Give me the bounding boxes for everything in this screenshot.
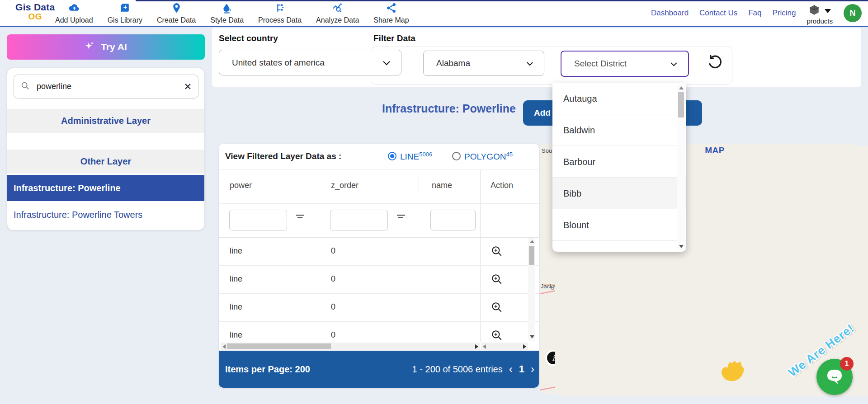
table-row: line 0	[219, 322, 539, 342]
search-input[interactable]	[36, 81, 178, 92]
scroll-down-icon[interactable]	[530, 335, 534, 338]
waving-hand-icon	[718, 360, 746, 384]
scroll-up-icon[interactable]	[679, 86, 684, 89]
radio-line[interactable]: LINE5006	[388, 151, 432, 162]
power-filter-input[interactable]	[229, 210, 287, 230]
chevron-down-icon	[670, 59, 677, 69]
current-page[interactable]: 1	[519, 363, 524, 375]
cell-power: line	[230, 330, 242, 340]
table-row: line 0	[219, 238, 539, 266]
view-as-label: View Filtered Layer Data as :	[225, 151, 341, 161]
district-option[interactable]: Autauga	[552, 83, 686, 114]
district-option[interactable]: Barbour	[552, 146, 686, 178]
link-contact-us[interactable]: Contact Us	[699, 9, 737, 18]
clear-search-icon[interactable]: ✕	[184, 82, 192, 91]
analyze-chart-icon	[332, 2, 343, 15]
products-label: products	[807, 17, 833, 25]
table-header: power z_order name Action	[219, 170, 539, 203]
ink-drop-icon	[222, 2, 233, 15]
col-action: Action	[491, 181, 513, 190]
section-other-layer: Other Layer	[7, 150, 204, 174]
nav-item-label: Gis Library	[108, 16, 142, 24]
logo[interactable]: Gis Data MAPOG	[15, 2, 55, 21]
layer-item-powerline[interactable]: Infrastructure: Powerline	[7, 175, 204, 201]
nav-item-gis-library[interactable]: Gis Library	[108, 2, 142, 24]
col-z-order: z_order	[331, 181, 359, 190]
view-as-row: View Filtered Layer Data as : LINE5006 P…	[219, 144, 539, 169]
share-icon	[386, 2, 397, 15]
try-ai-button[interactable]: Try AI	[7, 34, 205, 60]
zoom-in-icon[interactable]	[491, 329, 503, 341]
scroll-right-icon[interactable]	[475, 344, 478, 349]
z-order-filter-input[interactable]	[330, 210, 388, 230]
radio-selected-icon	[388, 152, 396, 160]
nav-item-share-map[interactable]: Share Map	[373, 2, 409, 24]
section-administrative-layer: Administrative Layer	[7, 109, 204, 133]
navbar: Gis Data MAPOG Add Upload Gis Library Cr…	[0, 0, 868, 27]
filter-row	[219, 203, 539, 238]
entries-range: 1 - 200 of 5006 entries	[412, 364, 503, 375]
data-table-card: View Filtered Layer Data as : LINE5006 P…	[219, 144, 539, 388]
nav-menu: Add Upload Gis Library Create Data Style…	[55, 2, 409, 24]
sparkle-icon	[85, 41, 95, 54]
cell-z-order: 0	[331, 302, 335, 312]
library-icon	[119, 2, 131, 15]
district-option[interactable]: Bibb	[552, 178, 686, 209]
zoom-in-icon[interactable]	[491, 245, 503, 257]
layer-item-powerline-towers[interactable]: Infrastructure: Powerline Towers	[7, 202, 204, 228]
scroll-thumb[interactable]	[678, 92, 684, 117]
next-page-icon[interactable]: ›	[531, 364, 534, 375]
state-select[interactable]: Alabama	[423, 51, 544, 76]
nav-item-style-data[interactable]: Style Data	[210, 2, 244, 24]
horizontal-scrollbar[interactable]	[221, 343, 480, 350]
scroll-up-icon[interactable]	[530, 240, 534, 243]
cube-icon	[808, 4, 820, 18]
nav-item-label: Process Data	[258, 16, 302, 24]
products-menu[interactable]: products	[807, 4, 833, 25]
name-filter-input[interactable]	[430, 210, 476, 230]
district-option[interactable]: Baldwin	[552, 114, 686, 146]
district-select[interactable]: Select District	[561, 51, 689, 77]
filter-icon[interactable]	[296, 215, 304, 222]
chevron-down-icon	[825, 9, 831, 13]
scroll-right-icon[interactable]	[523, 344, 526, 349]
logo-line1: Gis Data	[15, 2, 55, 12]
link-faq[interactable]: Faq	[748, 9, 761, 18]
vertical-scrollbar[interactable]	[528, 238, 535, 341]
refresh-icon[interactable]	[707, 53, 724, 70]
filter-icon[interactable]	[397, 215, 405, 222]
radio-polygon[interactable]: POLYGON45	[452, 151, 513, 162]
search-icon	[20, 81, 30, 93]
scroll-left-icon[interactable]	[483, 344, 486, 349]
page-title: Infrastructure: Powerline	[382, 102, 516, 115]
filter-data-label: Filter Data	[373, 33, 415, 43]
district-dropdown: AutaugaBaldwinBarbourBibbBlount	[552, 83, 686, 252]
cloud-upload-icon	[68, 2, 80, 15]
dropdown-scrollbar[interactable]	[677, 84, 685, 250]
prev-page-icon[interactable]: ‹	[509, 364, 513, 375]
nav-item-add-upload[interactable]: Add Upload	[55, 2, 93, 24]
nav-item-label: Share Map	[373, 16, 409, 24]
district-options: AutaugaBaldwinBarbourBibbBlount	[552, 83, 686, 241]
nav-item-label: Add Upload	[55, 16, 93, 24]
district-option[interactable]: Blount	[552, 209, 686, 241]
table-rows: line 0 line 0 line	[219, 238, 539, 342]
chat-widget-button[interactable]: 1	[816, 359, 853, 395]
zoom-in-icon[interactable]	[491, 273, 503, 285]
avatar[interactable]: N	[844, 4, 862, 22]
chevron-down-icon	[527, 58, 533, 68]
nav-item-label: Style Data	[210, 16, 244, 24]
action-horizontal-scrollbar[interactable]	[481, 343, 528, 350]
chat-badge: 1	[840, 357, 854, 371]
scroll-thumb[interactable]	[529, 246, 534, 265]
link-pricing[interactable]: Pricing	[772, 9, 796, 18]
scroll-left-icon[interactable]	[222, 344, 226, 349]
pagination-bar: Items per Page: 200 1 - 200 of 5006 entr…	[219, 351, 539, 388]
nav-item-create-data[interactable]: Create Data	[157, 2, 196, 24]
nav-item-analyze-data[interactable]: Analyze Data	[316, 2, 359, 24]
scroll-down-icon[interactable]	[679, 245, 684, 248]
zoom-in-icon[interactable]	[491, 301, 503, 313]
scroll-thumb[interactable]	[227, 343, 331, 349]
link-dashboard[interactable]: Dashboard	[651, 9, 689, 18]
nav-item-process-data[interactable]: Process Data	[258, 2, 302, 24]
